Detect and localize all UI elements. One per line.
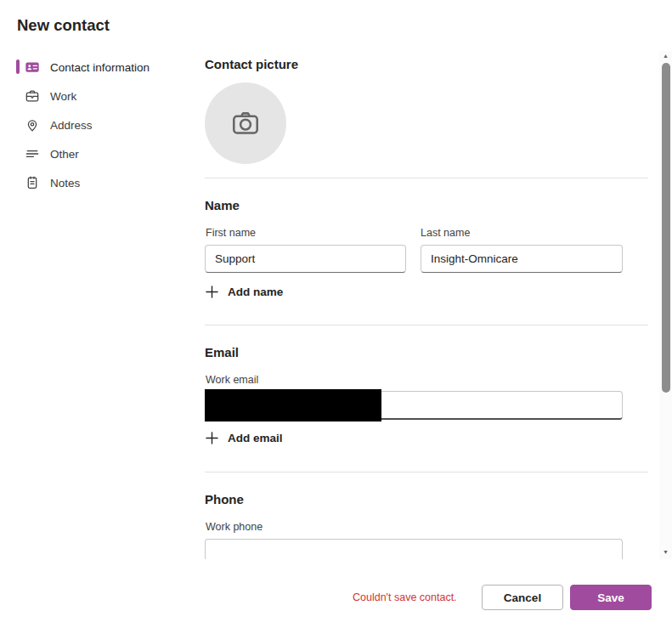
sidebar-item-label: Address xyxy=(50,119,93,132)
sidebar-item-label: Contact information xyxy=(50,61,150,74)
contact-picture-heading: Contact picture xyxy=(205,57,298,71)
cancel-button[interactable]: Cancel xyxy=(482,585,563,610)
redacted-email-value xyxy=(205,389,381,421)
email-heading: Email xyxy=(205,345,239,359)
sidebar-item-label: Work xyxy=(50,90,76,103)
sidebar-item-work[interactable]: Work xyxy=(0,82,197,110)
page-title: New contact xyxy=(17,16,110,35)
first-name-label: First name xyxy=(206,227,256,239)
sidebar-item-label: Other xyxy=(50,148,79,161)
sidebar-item-notes[interactable]: Notes xyxy=(0,168,197,197)
location-pin-icon xyxy=(25,117,40,133)
contact-form-scroll-area: Contact picture Name First name Last nam… xyxy=(205,0,648,559)
work-phone-input[interactable] xyxy=(205,539,623,559)
save-error-message: Couldn't save contact. xyxy=(353,591,457,603)
work-phone-label: Work phone xyxy=(206,521,263,533)
contact-nav-sidebar: Contact information Work Address xyxy=(0,53,197,197)
name-heading: Name xyxy=(205,198,240,212)
add-name-button[interactable]: Add name xyxy=(206,286,283,298)
sidebar-item-label: Notes xyxy=(50,177,80,190)
notepad-icon xyxy=(25,175,40,190)
sidebar-item-address[interactable]: Address xyxy=(0,110,197,139)
briefcase-icon xyxy=(25,88,40,104)
plus-icon xyxy=(206,432,218,444)
first-name-input[interactable] xyxy=(205,245,406,273)
selected-indicator xyxy=(16,59,20,74)
section-divider xyxy=(205,472,648,472)
section-divider xyxy=(205,325,648,325)
phone-heading: Phone xyxy=(205,492,244,506)
add-name-label: Add name xyxy=(228,286,283,298)
sidebar-item-other[interactable]: Other xyxy=(0,139,197,168)
scroll-down-icon[interactable]: ▼ xyxy=(659,547,672,557)
vertical-scrollbar[interactable]: ▲ ▼ xyxy=(659,51,672,559)
plus-icon xyxy=(206,286,218,298)
last-name-label: Last name xyxy=(421,227,470,239)
add-email-button[interactable]: Add email xyxy=(206,432,283,444)
add-email-label: Add email xyxy=(228,432,283,444)
save-button[interactable]: Save xyxy=(570,585,652,610)
camera-icon xyxy=(229,107,262,139)
sidebar-item-contact-information[interactable]: Contact information xyxy=(0,53,197,82)
work-email-label: Work email xyxy=(206,374,258,386)
text-lines-icon xyxy=(25,146,40,161)
section-divider xyxy=(205,178,648,178)
scrollbar-thumb[interactable] xyxy=(662,63,670,393)
contact-picture-upload[interactable] xyxy=(205,82,286,164)
contact-card-icon xyxy=(25,59,40,75)
scroll-up-icon[interactable]: ▲ xyxy=(659,51,672,61)
last-name-input[interactable] xyxy=(421,245,623,273)
